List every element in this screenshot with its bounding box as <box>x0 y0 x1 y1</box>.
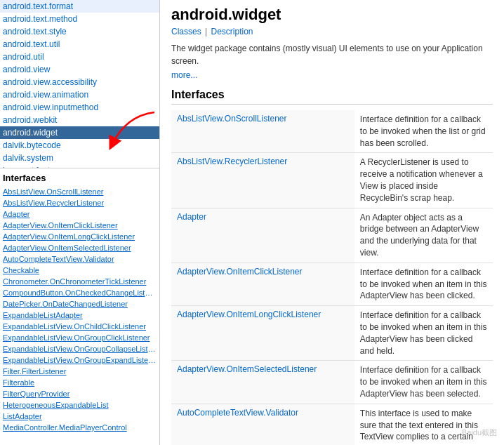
interface-row: AdapterView.OnItemSelectedListenerInterf… <box>171 361 493 404</box>
sidebar-interface-item[interactable]: ExpandableListView.OnChildClickListener <box>0 321 159 332</box>
interface-link[interactable]: AbsListView.OnScrollListener <box>177 114 287 124</box>
interface-link[interactable]: AdapterView.OnItemClickListener <box>177 267 303 277</box>
sidebar-interface-item[interactable]: HeterogeneousExpandableList <box>0 399 159 411</box>
interface-row: AdapterView.OnItemLongClickListenerInter… <box>171 306 493 361</box>
interface-description: An Adapter object acts as a bridge betwe… <box>354 208 493 263</box>
sidebar-package-item[interactable]: android.view.animation <box>0 88 159 101</box>
sidebar-interface-item[interactable]: MediaController.MediaPlayerControl <box>0 422 159 433</box>
sidebar-package-item[interactable]: dalvik.system <box>0 152 159 164</box>
interface-row: AdapterAn Adapter object acts as a bridg… <box>171 208 493 263</box>
sidebar-interface-item[interactable]: Chronometer.OnChronometerTickListener <box>0 276 159 287</box>
interface-link[interactable]: AdapterView.OnItemSelectedListener <box>177 364 317 374</box>
content-description: The widget package contains (mostly visu… <box>171 42 493 67</box>
sidebar-interface-item[interactable]: AdapterView.OnItemClickListener <box>0 220 159 231</box>
sidebar-interface-item[interactable]: ExpandableListAdapter <box>0 310 159 321</box>
interfaces-heading: Interfaces <box>171 88 493 105</box>
sidebar-interface-item[interactable]: FilterQueryProvider <box>0 388 159 399</box>
interface-row: AdapterView.OnItemClickListenerInterface… <box>171 263 493 305</box>
sidebar-interface-item[interactable]: Adapter <box>0 208 159 220</box>
interface-description: A RecyclerListener is used to receive a … <box>354 153 493 208</box>
sidebar-package-item[interactable]: android.widget <box>0 126 159 139</box>
sidebar-package-item[interactable]: android.webkit <box>0 114 159 126</box>
sidebar-interface-item[interactable]: Checkable <box>0 265 159 276</box>
sidebar-interface-item[interactable]: Filterable <box>0 377 159 388</box>
sidebar-package-item[interactable]: android.text.util <box>0 38 159 51</box>
sidebar-package-item[interactable]: dalvik.bytecode <box>0 139 159 152</box>
sidebar-interface-item[interactable]: AutoCompleteTextView.Validator <box>0 253 159 265</box>
interface-row: AbsListView.RecyclerListenerA RecyclerLi… <box>171 153 493 208</box>
interface-description: Interface definition for a callback to b… <box>354 263 493 305</box>
sidebar-interface-item[interactable]: AbsListView.OnScrollListener <box>0 186 159 197</box>
interface-row: AbsListView.OnScrollListenerInterface de… <box>171 110 493 153</box>
sidebar-package-item[interactable]: android.view.inputmethod <box>0 101 159 114</box>
sidebar-package-item[interactable]: android.text.format <box>0 0 159 13</box>
interface-link[interactable]: AdapterView.OnItemLongClickListener <box>177 310 321 319</box>
sidebar-package-item[interactable]: android.view.accessibility <box>0 76 159 88</box>
sidebar-interface-item[interactable]: Filter.FilterListener <box>0 366 159 377</box>
sidebar-interfaces-heading: Interfaces <box>0 168 159 186</box>
sidebar-interface-item[interactable]: CompoundButton.OnCheckedChangeListener <box>0 287 159 298</box>
page-title: android.widget <box>171 6 493 24</box>
sidebar-interface-item[interactable]: ListAdapter <box>0 411 159 422</box>
sidebar-interfaces-list: Interfaces AbsListView.OnScrollListenerA… <box>0 168 159 445</box>
sidebar-interface-item[interactable]: AdapterView.OnItemSelectedListener <box>0 242 159 253</box>
sidebar: android.text.formatandroid.text.methodan… <box>0 0 160 445</box>
classes-link[interactable]: Classes <box>171 27 201 36</box>
sidebar-package-item[interactable]: android.util <box>0 51 159 63</box>
sidebar-package-item[interactable]: android.text.method <box>0 13 159 25</box>
sidebar-interface-item[interactable]: AbsListView.RecyclerListener <box>0 197 159 208</box>
interface-description: Interface definition for a callback to b… <box>354 110 493 153</box>
interfaces-table: AbsListView.OnScrollListenerInterface de… <box>171 110 493 445</box>
interface-link[interactable]: AbsListView.RecyclerListener <box>177 157 287 166</box>
sidebar-interface-item[interactable]: ExpandableListView.OnGroupClickListener <box>0 332 159 343</box>
interface-link[interactable]: Adapter <box>177 212 206 222</box>
nav-separator: | <box>205 27 207 36</box>
interface-description: Interface definition for a callback to b… <box>354 306 493 361</box>
sidebar-interface-item[interactable]: ExpandableListView.OnGroupCollapseListen… <box>0 343 159 354</box>
interface-row: AutoCompleteTextView.ValidatorThis inter… <box>171 404 493 445</box>
sidebar-package-list: android.text.formatandroid.text.methodan… <box>0 0 159 168</box>
sidebar-interface-item[interactable]: DatePicker.OnDateChangedListener <box>0 298 159 310</box>
sidebar-package-item[interactable]: android.view <box>0 63 159 76</box>
sidebar-interface-item[interactable]: AdapterView.OnItemLongClickListener <box>0 231 159 242</box>
sidebar-package-item[interactable]: android.text.style <box>0 25 159 38</box>
interface-description: Interface definition for a callback to b… <box>354 361 493 404</box>
interface-link[interactable]: AutoCompleteTextView.Validator <box>177 408 298 418</box>
content-nav: Classes | Description <box>171 27 493 36</box>
description-link[interactable]: Description <box>211 27 253 36</box>
more-link[interactable]: more... <box>171 70 493 80</box>
sidebar-interface-item[interactable]: ExpandableListView.OnGroupExpandListener <box>0 354 159 366</box>
interface-description: This interface is used to make sure that… <box>354 404 493 445</box>
main-content: android.widget Classes | Description The… <box>160 0 504 445</box>
